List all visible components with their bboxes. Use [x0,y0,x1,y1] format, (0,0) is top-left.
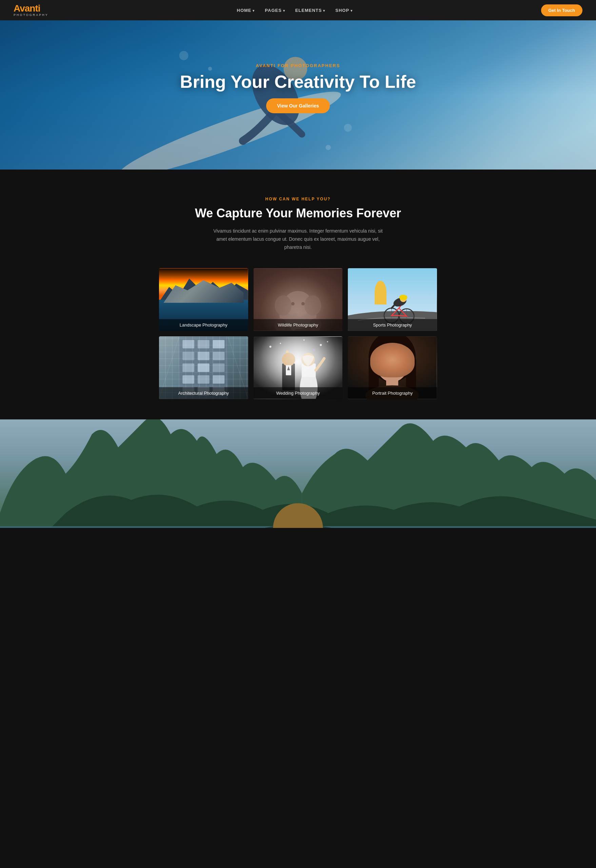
capture-description: Vivamus tincidunt ac enim pulvinar maxim… [213,227,383,251]
nav-item-elements[interactable]: ELEMENTS [295,7,326,13]
capture-eyebrow: HOW CAN WE HELP YOU? [13,197,583,201]
svg-rect-62 [282,364,295,391]
svg-rect-64 [286,365,291,375]
bottom-hero-section [0,419,596,528]
gallery-grid: Landscape Photography [159,268,437,399]
gallery-item-architectural[interactable]: Architectural Photography [159,337,248,399]
svg-marker-65 [287,366,290,370]
nav-link-home[interactable]: HOME [237,8,255,13]
svg-point-56 [280,343,281,344]
gallery-label-architectural: Architectural Photography [159,387,248,399]
svg-point-57 [320,344,322,346]
svg-point-60 [286,351,289,353]
logo[interactable]: Avanti Photography [13,4,49,16]
svg-point-77 [397,359,401,364]
svg-point-61 [313,349,315,351]
gallery-item-wedding[interactable]: Wedding Photography [254,337,343,399]
gallery-item-wildlife[interactable]: Wildlife Photography [254,268,343,331]
svg-point-34 [399,295,407,300]
svg-rect-66 [301,364,316,391]
view-galleries-button[interactable]: View Our Galleries [266,98,329,113]
svg-point-8 [326,145,330,150]
svg-rect-40 [182,352,194,360]
svg-rect-10 [159,269,248,302]
svg-point-59 [303,340,304,341]
logo-subtitle: Photography [13,13,49,16]
nav-item-home[interactable]: HOME [237,7,255,13]
svg-rect-41 [198,352,209,360]
svg-rect-43 [182,364,194,372]
svg-point-75 [395,359,403,365]
svg-point-79 [398,360,400,363]
gallery-label-portrait: Portrait Photography [348,387,437,399]
svg-point-58 [327,341,328,342]
hero-section: AVANTI FOR PHOTOGRAPHERS Bring Your Crea… [0,20,596,170]
svg-rect-46 [182,375,194,384]
svg-point-80 [390,366,394,369]
svg-point-7 [179,51,189,60]
svg-rect-38 [198,340,209,348]
capture-title: We Capture Your Memories Forever [13,206,583,220]
nav-item-shop[interactable]: SHOP [335,7,353,13]
nav-link-shop[interactable]: SHOP [335,8,353,13]
svg-point-67 [301,353,314,366]
hero-content: AVANTI FOR PHOTOGRAPHERS Bring Your Crea… [180,63,416,113]
gallery-label-wildlife: Wildlife Photography [254,319,343,331]
navbar: Avanti Photography HOME PAGES ELEMENTS S… [0,0,596,20]
svg-point-63 [282,353,295,366]
svg-rect-39 [213,340,225,348]
svg-point-19 [274,296,292,316]
nav-links: HOME PAGES ELEMENTS SHOP [237,7,353,13]
svg-point-18 [284,291,312,317]
svg-point-21 [291,302,295,306]
nav-item-pages[interactable]: PAGES [265,7,285,13]
svg-rect-48 [213,375,225,384]
gallery-item-landscape[interactable]: Landscape Photography [159,268,248,331]
svg-rect-42 [213,352,225,360]
svg-point-20 [304,296,321,316]
svg-point-13 [198,292,208,312]
svg-point-9 [344,124,352,131]
svg-point-55 [269,346,271,348]
get-in-touch-button[interactable]: Get In Touch [541,4,583,16]
svg-point-74 [381,359,389,365]
logo-title: Avanti [13,4,49,13]
svg-point-22 [301,302,304,306]
svg-rect-45 [213,364,225,372]
gallery-item-portrait[interactable]: Portrait Photography [348,337,437,399]
hero-eyebrow: AVANTI FOR PHOTOGRAPHERS [256,63,340,68]
bottom-hero-svg [0,419,596,528]
svg-point-76 [383,359,388,364]
gallery-label-landscape: Landscape Photography [159,319,248,331]
svg-rect-44 [198,364,209,372]
gallery-label-sports: Sports Photography [348,319,437,331]
svg-rect-47 [198,375,209,384]
gallery-label-wedding: Wedding Photography [254,387,343,399]
svg-point-78 [384,360,387,363]
nav-link-pages[interactable]: PAGES [265,8,285,13]
gallery-item-sports[interactable]: Sports Photography [348,268,437,331]
hero-title: Bring Your Creativity To Life [180,72,416,92]
nav-link-elements[interactable]: ELEMENTS [295,8,326,13]
svg-point-72 [376,345,409,382]
svg-rect-37 [182,340,194,348]
capture-section: HOW CAN WE HELP YOU? We Capture Your Mem… [0,170,596,419]
